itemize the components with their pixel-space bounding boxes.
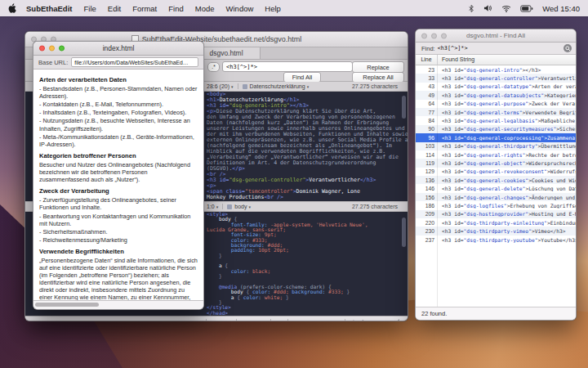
minimize-button[interactable]: [431, 33, 437, 38]
zoom-button[interactable]: [441, 33, 447, 38]
menu-item[interactable]: File: [83, 4, 96, 13]
column-header-line[interactable]: Line: [416, 55, 438, 65]
search-result-row[interactable]: 186<h3 id="dsg-logfiles">Erhebung von Zu…: [416, 201, 576, 209]
status-right-value: 63: [387, 320, 394, 322]
preview-block: - Beantwortung von Kontaktanfragen und K…: [39, 213, 198, 227]
search-result-row[interactable]: 220<h3 id="dsg-thirdparty-einleitung">Ei…: [416, 218, 576, 227]
symbol-popup[interactable]: Datenschutzerklärung: [250, 83, 310, 89]
search-result-row[interactable]: 23<h3 id="dsg-general-intro"></h3>: [416, 65, 576, 74]
search-result-row[interactable]: 64<h3 id="dsg-general-purpose">Zweck der…: [416, 100, 576, 108]
preview-horizontal-scrollbar[interactable]: [33, 300, 203, 309]
column-header-found-string[interactable]: Found String: [438, 55, 576, 65]
search-result-row[interactable]: 90<h3 id="dsg-general-securitymeasures">…: [416, 125, 576, 133]
preview-block: - Inhaltsdaten (z.B., Texteingaben, Foto…: [39, 109, 198, 116]
search-result-row[interactable]: 96<h3 id="dsg-general-coprocessing">Zusa…: [416, 133, 576, 141]
symbol-popup-bottom[interactable]: body: [234, 204, 251, 209]
search-result-row[interactable]: 156<h3 id="dsg-general-changes">Änderung…: [416, 193, 576, 201]
search-result-row[interactable]: 209<h3 id="dsg-hostingprovider">Hosting …: [416, 210, 576, 218]
search-result-row[interactable]: 129<h3 id="dsg-general-revokeconsent">Wi…: [416, 168, 576, 176]
result-found-string: <h3 id="dsg-general-coprocessing">Zusamm…: [437, 135, 576, 141]
result-found-string: <h3 id="dsg-general-cookies">Cookies und…: [437, 177, 576, 183]
preview-block: - Meta-/Kommunikationsdaten (z.B., Gerät…: [39, 133, 198, 148]
nav-separator: [222, 204, 223, 209]
battery-icon[interactable]: [520, 5, 533, 12]
preview-block: Arten der verarbeiteten Daten: [39, 76, 198, 83]
search-result-row[interactable]: 77<h3 id="dsg-general-terms">Verwendete …: [416, 108, 576, 116]
column-divider: [437, 65, 438, 307]
search-result-row[interactable]: 230<h3 id="dsg-thirdparty-vimeo">Vimeo</…: [416, 227, 576, 235]
base-url-label: Base URL:: [38, 59, 68, 66]
bluetooth-icon[interactable]: [468, 4, 474, 13]
menu-item[interactable]: Find: [168, 4, 183, 13]
search-result-row[interactable]: 33<h3 id="dsg-general-controller">Verant…: [416, 74, 576, 82]
menu-item[interactable]: Window: [226, 4, 254, 13]
caret-position[interactable]: 28:6 (20): [207, 83, 234, 89]
result-found-string: <h3 id="dsg-general-controller">Verantwo…: [437, 75, 576, 81]
search-result-row[interactable]: 103<h3 id="dsg-general-thirdparty">Überm…: [416, 142, 576, 150]
result-found-string: <h3 id="dsg-thirdparty-einleitung">Einbi…: [437, 220, 576, 226]
encoding-popup[interactable]: Unicode (UTF-8): [293, 320, 340, 322]
close-button[interactable]: [39, 46, 45, 52]
find-input[interactable]: [222, 61, 353, 72]
result-line-number: 33: [416, 75, 437, 81]
result-found-string: <h3 id="dsg-logfiles">Erhebung von Zugri…: [437, 203, 576, 209]
search-result-row[interactable]: 84<h3 id="dsg-general-legalbasis">Maßgeb…: [416, 116, 576, 124]
close-button[interactable]: [421, 33, 427, 38]
result-line-number: 84: [416, 118, 437, 123]
result-line-number: 156: [416, 195, 437, 200]
result-line-number: 209: [416, 211, 437, 217]
menu-item[interactable]: Edit: [108, 4, 121, 13]
caret-position-bottom[interactable]: 1:0: [207, 204, 218, 209]
regex-toggle-button[interactable]: .*: [207, 62, 220, 72]
bottom-pane-scrollbar[interactable]: [402, 218, 406, 247]
status-separator: [345, 319, 345, 321]
status-separator: [206, 319, 207, 321]
mode-popup[interactable]: HTML: [212, 320, 231, 322]
app-menu-title[interactable]: SubEthaEdit: [26, 4, 72, 13]
search-result-row[interactable]: 114<h3 id="dsg-general-rights">Rechte de…: [416, 150, 576, 159]
menu-item[interactable]: Format: [132, 4, 157, 13]
zoom-button[interactable]: [59, 46, 65, 52]
menu-bar-clock[interactable]: Wed 15:40: [542, 4, 580, 13]
result-found-string: <h3 id="dsg-general-terms">Verwendete Be…: [437, 110, 576, 115]
preview-block: - Bestandsdaten (z.B., Personen-Stammdat…: [39, 85, 198, 100]
search-result-row[interactable]: 136<h3 id="dsg-general-cookies">Cookies …: [416, 176, 576, 184]
character-count: 27.275 characters: [352, 83, 398, 89]
edit-mode-pencil-icon[interactable]: ✎: [352, 319, 357, 322]
replace-button[interactable]: Replace: [352, 61, 404, 73]
result-found-string: <h3 id="dsg-general-legalbasis">Maßgebli…: [437, 118, 576, 123]
apple-menu-icon[interactable]: [8, 3, 16, 13]
search-result-row[interactable]: 119<h3 id="dsg-general-object">Widerspru…: [416, 159, 576, 167]
preview-block: Zweck der Verarbeitung: [39, 187, 198, 195]
search-result-row[interactable]: 146<h3 id="dsg-general-delete">Löschung …: [416, 184, 576, 192]
status-separator: [287, 319, 288, 321]
preview-title-bar[interactable]: index.html: [33, 42, 203, 56]
results-title-bar[interactable]: dsgvo.html - Find All: [416, 29, 576, 43]
search-again-button[interactable]: [564, 44, 572, 52]
scrollbar-thumb[interactable]: [35, 303, 99, 307]
menu-item[interactable]: Mode: [195, 4, 215, 13]
participants-icon[interactable]: [360, 320, 372, 322]
menu-item[interactable]: Help: [265, 4, 281, 13]
refresh-mode-popup[interactable]: delayed: [177, 320, 201, 322]
result-found-string: <h3 id="dsg-general-revokeconsent">Wider…: [437, 168, 576, 174]
bolt-icon[interactable]: [396, 319, 401, 322]
base-url-field[interactable]: file:///Users/dom/Data/WebSites/SubEthaE…: [71, 57, 198, 67]
line-endings-icon[interactable]: ¶: [278, 319, 281, 322]
minimize-button[interactable]: [49, 46, 55, 52]
tab-width-popup[interactable]: Tabs (4): [242, 320, 266, 322]
search-result-row[interactable]: 49<h3 id="dsg-general-datasubjects">Kate…: [416, 91, 576, 99]
results-window-controls: [421, 33, 447, 38]
top-pane-scrollbar[interactable]: [402, 96, 406, 119]
base-url-bar: Base URL: file:///Users/dom/Data/WebSite…: [33, 56, 203, 70]
volume-icon[interactable]: [483, 4, 492, 12]
menu-items: FileEditFormatFindModeWindowHelp: [83, 4, 292, 13]
search-result-row[interactable]: 237<h3 id="dsg-thirdparty-youtube">Youtu…: [416, 236, 576, 244]
result-line-number: 237: [416, 237, 437, 243]
preview-block: Kategorien betroffener Personen: [39, 152, 198, 159]
results-table-header: Line Found String: [416, 55, 576, 65]
result-found-string: <h3 id="dsg-thirdparty-youtube">Youtube<…: [437, 237, 576, 243]
search-result-row[interactable]: 43<h3 id="dsg-general-datatype">Arten de…: [416, 83, 576, 91]
result-line-number: 220: [416, 220, 437, 226]
wifi-icon[interactable]: [501, 5, 511, 12]
